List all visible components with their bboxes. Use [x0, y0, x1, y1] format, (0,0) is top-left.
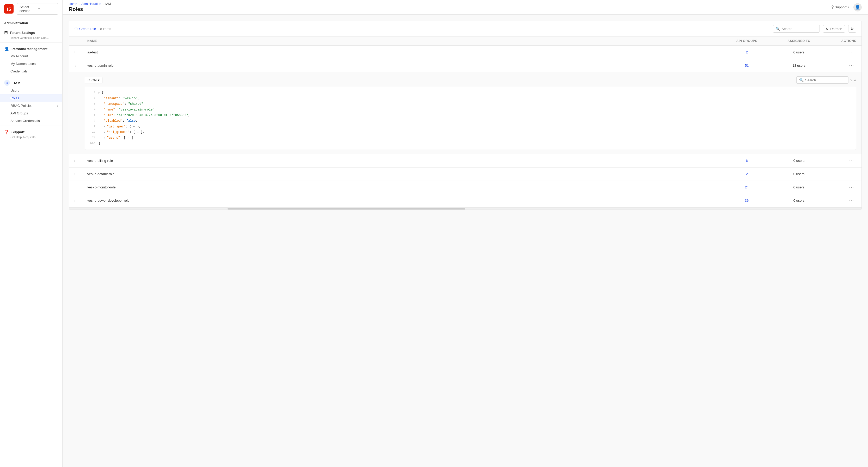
- sidebar-admin-section: Administration: [0, 18, 62, 28]
- sidebar-item-roles[interactable]: Roles: [0, 94, 62, 102]
- create-role-label: Create role: [79, 27, 96, 31]
- row-ves-io-monitor-role[interactable]: › ves-io-monitor-role 24 0 users ···: [69, 181, 862, 194]
- main-search-input[interactable]: [781, 27, 817, 31]
- breadcrumb: Home › Administration › IAM: [69, 2, 111, 6]
- personal-management-label: Personal Management: [11, 47, 48, 51]
- table-row-expanded: ∨ ves-io-admin-role 51 13 users ··· JSON…: [69, 59, 862, 154]
- service-selector-label: Select service: [20, 5, 37, 13]
- expand-icon-ves-io-billing[interactable]: ›: [74, 159, 87, 163]
- json-format-chevron-icon: ▾: [98, 78, 100, 82]
- user-avatar[interactable]: 👤: [854, 3, 862, 11]
- row-ves-io-billing-role[interactable]: › ves-io-billing-role 6 0 users ···: [69, 154, 862, 167]
- settings-button[interactable]: ⚙: [848, 25, 856, 33]
- question-icon: ?: [832, 5, 834, 10]
- refresh-label: Refresh: [830, 27, 842, 31]
- json-line-3: 3 "namespace": "shared",: [88, 101, 853, 107]
- content-area: ⊕ Create role 8 items 🔍 ↻ Refresh ⚙: [63, 14, 868, 467]
- row-api-groups-ves-io-default[interactable]: 2: [721, 172, 773, 176]
- sidebar-item-iam[interactable]: ● IAM: [0, 77, 62, 87]
- sidebar-item-support[interactable]: ❓ Support: [0, 127, 62, 135]
- service-selector[interactable]: Select service ▾: [17, 3, 58, 14]
- json-collapse-buttons: ∨ ∧: [850, 78, 856, 82]
- sidebar-divider-3: [0, 126, 62, 126]
- expand-icon-aa-test[interactable]: ›: [74, 50, 87, 54]
- collapse-expand-icon[interactable]: ∨: [850, 78, 852, 82]
- sidebar-item-users[interactable]: Users: [0, 87, 62, 94]
- scrollbar-thumb[interactable]: [227, 208, 465, 210]
- table-row: › ves-io-billing-role 6 0 users ···: [69, 154, 862, 167]
- toolbar-right: 🔍 ↻ Refresh ⚙: [773, 25, 856, 33]
- more-menu-ves-io-monitor[interactable]: ···: [847, 185, 856, 190]
- collapse-arrow-1[interactable]: ▶: [98, 91, 102, 94]
- row-api-groups-aa-test[interactable]: 2: [721, 50, 773, 54]
- collapse-collapse-icon[interactable]: ∧: [854, 78, 856, 82]
- sidebar-item-credentials[interactable]: Credentials: [0, 67, 62, 75]
- row-actions-ves-io-billing: ···: [825, 158, 856, 164]
- json-format-selector[interactable]: JSON ▾: [85, 77, 102, 84]
- row-ves-io-default-role[interactable]: › ves-io-default-role 2 0 users ···: [69, 167, 862, 181]
- json-search-box[interactable]: 🔍: [796, 76, 848, 84]
- roles-panel: ⊕ Create role 8 items 🔍 ↻ Refresh ⚙: [69, 21, 862, 210]
- more-menu-ves-io-default[interactable]: ···: [847, 171, 856, 177]
- row-api-groups-ves-io-admin[interactable]: 51: [721, 64, 773, 67]
- more-menu-ves-io-admin[interactable]: ···: [847, 63, 856, 68]
- sidebar-item-tenant-settings[interactable]: ⊞ Tenant Settings: [0, 28, 62, 36]
- support-menu[interactable]: ? Support ▾: [832, 5, 849, 10]
- breadcrumb-sep-2: ›: [103, 2, 104, 6]
- support-nav-label: Support: [835, 5, 847, 9]
- topnav: Home › Administration › IAM Roles ? Supp…: [63, 0, 868, 14]
- breadcrumb-administration[interactable]: Administration: [81, 2, 101, 6]
- row-assigned-ves-io-default: 0 users: [773, 172, 825, 176]
- support-icon: ❓: [4, 129, 9, 134]
- collapse-arrow-18[interactable]: ▶: [104, 131, 107, 134]
- row-aa-test[interactable]: › aa-test 2 0 users ···: [69, 45, 862, 59]
- expand-icon-ves-io-monitor[interactable]: ›: [74, 186, 87, 189]
- row-api-groups-ves-io-monitor[interactable]: 24: [721, 185, 773, 189]
- row-name-ves-io-billing-role: ves-io-billing-role: [87, 159, 721, 163]
- expand-icon-ves-io-power-dev[interactable]: ›: [74, 199, 87, 203]
- collapse-icon-ves-io-admin[interactable]: ∨: [74, 64, 87, 67]
- tenant-settings-subtitle: Tenant Overview, Login Opti...: [0, 36, 62, 41]
- json-search-icon: 🔍: [799, 78, 804, 82]
- my-namespaces-label: My Namespaces: [10, 62, 36, 66]
- expand-icon-ves-io-default[interactable]: ›: [74, 172, 87, 176]
- roles-toolbar: ⊕ Create role 8 items 🔍 ↻ Refresh ⚙: [69, 21, 862, 36]
- row-actions-ves-io-monitor: ···: [825, 185, 856, 190]
- sidebar-item-my-namespaces[interactable]: My Namespaces: [0, 60, 62, 67]
- row-ves-io-admin-role[interactable]: ∨ ves-io-admin-role 51 13 users ···: [69, 59, 862, 72]
- row-api-groups-ves-io-billing[interactable]: 6: [721, 159, 773, 163]
- more-menu-ves-io-power-dev[interactable]: ···: [847, 198, 856, 204]
- row-api-groups-ves-io-power-dev[interactable]: 36: [721, 198, 773, 203]
- json-line-1: 1 ▶ {: [88, 90, 853, 96]
- user-icon: 👤: [855, 5, 860, 10]
- plus-icon: ⊕: [74, 26, 78, 31]
- my-account-label: My Account: [10, 54, 28, 58]
- breadcrumb-home[interactable]: Home: [69, 2, 77, 6]
- json-line-554: 554 }: [88, 141, 853, 147]
- more-menu-ves-io-billing[interactable]: ···: [847, 158, 856, 164]
- json-body: 1 ▶ { 2 "tenant": "ves-io",: [85, 87, 856, 150]
- breadcrumb-sep-1: ›: [79, 2, 80, 6]
- row-ves-io-power-developer-role[interactable]: › ves-io-power-developer-role 36 0 users…: [69, 194, 862, 207]
- main-search-box[interactable]: 🔍: [773, 25, 820, 33]
- more-menu-aa-test[interactable]: ···: [847, 49, 856, 55]
- items-count: 8 items: [100, 27, 111, 31]
- support-subtitle: Get Help, Requests: [0, 135, 62, 141]
- collapse-arrow-7[interactable]: ▶: [104, 125, 107, 128]
- collapse-arrow-71[interactable]: ▶: [104, 136, 107, 139]
- header-actions: Actions: [825, 39, 856, 43]
- horizontal-scrollbar[interactable]: [69, 208, 862, 210]
- create-role-button[interactable]: ⊕ Create role: [74, 26, 96, 31]
- sidebar-item-rbac-policies[interactable]: RBAC Policies ›: [0, 102, 62, 110]
- sidebar-item-service-credentials[interactable]: Service Credentials: [0, 117, 62, 125]
- sidebar-item-personal-management[interactable]: 👤 Personal Management: [0, 44, 62, 52]
- row-actions-ves-io-admin: ···: [825, 63, 856, 68]
- sidebar-item-api-groups[interactable]: API Groups: [0, 110, 62, 117]
- roles-label: Roles: [10, 96, 19, 100]
- sidebar-item-my-account[interactable]: My Account: [0, 52, 62, 60]
- refresh-button[interactable]: ↻ Refresh: [823, 25, 845, 33]
- json-search-input[interactable]: [805, 78, 845, 82]
- row-assigned-ves-io-monitor: 0 users: [773, 185, 825, 189]
- personal-management-icon: 👤: [4, 46, 9, 51]
- chevron-down-icon: ▾: [38, 7, 56, 11]
